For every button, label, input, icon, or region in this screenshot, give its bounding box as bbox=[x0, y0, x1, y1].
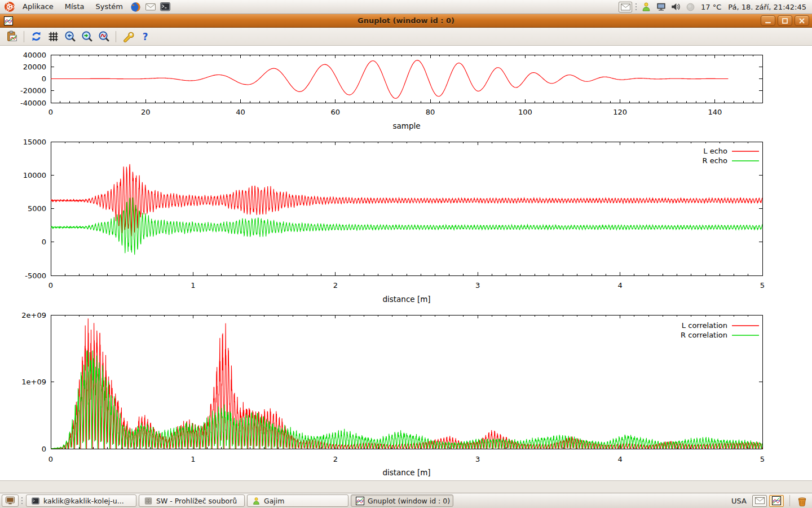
gnuplot-task-icon bbox=[356, 497, 364, 505]
plot-correlation[interactable]: 01234501e+092e+09distance [m]L correlati… bbox=[0, 308, 812, 480]
y-tick-label: 15000 bbox=[23, 138, 46, 146]
toolbar-separator bbox=[116, 31, 116, 42]
y-tick-label: 5000 bbox=[28, 204, 46, 213]
task-label: SW - Prohlížeč souborů bbox=[156, 497, 237, 505]
replot-button[interactable] bbox=[29, 29, 43, 44]
gajim-status-icon[interactable] bbox=[640, 1, 652, 13]
help-button[interactable]: ? bbox=[138, 29, 152, 44]
x-tick-label: 5 bbox=[760, 281, 765, 290]
gnuplot-canvas[interactable]: 020406080100120140-40000-200000200004000… bbox=[0, 46, 812, 480]
tray-handle[interactable] bbox=[635, 2, 638, 11]
file-manager-task-icon bbox=[144, 497, 153, 505]
volume-tray-icon[interactable] bbox=[669, 1, 682, 13]
mail-launcher-icon[interactable] bbox=[144, 1, 157, 13]
task-gajim[interactable]: Gajim bbox=[247, 494, 348, 507]
zoom-previous-button[interactable] bbox=[63, 29, 77, 44]
titlebar[interactable]: Gnuplot (window id : 0) bbox=[0, 14, 812, 28]
minimize-button[interactable] bbox=[761, 15, 775, 26]
x-tick-label: 4 bbox=[617, 455, 622, 463]
display-tray-icon[interactable] bbox=[655, 1, 667, 13]
autoscale-button[interactable] bbox=[96, 29, 111, 44]
plot-echo[interactable]: 012345-5000050001000015000distance [m]L … bbox=[0, 135, 812, 308]
x-tick-label: 2 bbox=[333, 281, 338, 290]
window-status-strip bbox=[0, 480, 812, 493]
bottom-taskbar: kaklik@kaklik-kolej-u... SW - Prohlížeč … bbox=[0, 493, 812, 508]
y-tick-label: -20000 bbox=[20, 86, 46, 95]
y-tick-label: 2e+09 bbox=[21, 311, 46, 319]
y-tick-label: -40000 bbox=[20, 99, 46, 107]
x-axis-label: distance [m] bbox=[382, 295, 430, 304]
zoom-next-button[interactable] bbox=[80, 29, 94, 44]
x-tick-label: 0 bbox=[48, 108, 53, 116]
y-tick-label: 0 bbox=[42, 75, 46, 83]
gnuplot-window: Gnuplot (window id : 0) bbox=[0, 14, 812, 493]
x-tick-label: 4 bbox=[617, 281, 622, 290]
x-tick-label: 1 bbox=[191, 281, 195, 290]
y-tick-label: 20000 bbox=[23, 63, 46, 71]
x-tick-label: 3 bbox=[475, 455, 480, 463]
y-tick-label: 40000 bbox=[23, 51, 46, 59]
window-title: Gnuplot (window id : 0) bbox=[0, 16, 812, 25]
clock-label[interactable]: Pá, 18. září, 21:42:45 bbox=[728, 3, 806, 11]
temperature-label: 17 °C bbox=[701, 3, 721, 11]
y-tick-label: 0 bbox=[42, 445, 46, 453]
x-tick-label: 120 bbox=[613, 108, 627, 116]
task-label: kaklik@kaklik-kolej-u... bbox=[43, 497, 124, 505]
ubuntu-menu-icon[interactable] bbox=[3, 1, 16, 13]
menu-system[interactable]: Systém bbox=[90, 0, 128, 14]
x-tick-label: 5 bbox=[760, 455, 765, 463]
y-tick-label: 10000 bbox=[23, 171, 46, 179]
x-axis-label: distance [m] bbox=[382, 468, 430, 477]
legend-label: R echo bbox=[702, 156, 727, 165]
x-tick-label: 100 bbox=[518, 108, 532, 116]
tasklist-handle[interactable] bbox=[21, 496, 24, 505]
terminal-task-icon bbox=[31, 497, 40, 505]
y-tick-label: 0 bbox=[42, 238, 46, 246]
x-tick-label: 3 bbox=[475, 281, 480, 290]
gnuplot-tray-icon[interactable] bbox=[769, 495, 784, 507]
x-tick-label: 80 bbox=[426, 108, 435, 116]
terminal-launcher-icon[interactable] bbox=[159, 1, 171, 13]
task-gnuplot[interactable]: Gnuplot (window id : 0) bbox=[351, 494, 453, 507]
menu-applications[interactable]: Aplikace bbox=[17, 0, 59, 14]
x-tick-label: 140 bbox=[708, 108, 722, 116]
task-terminal[interactable]: kaklik@kaklik-kolej-u... bbox=[26, 494, 136, 507]
mail-tray-icon[interactable] bbox=[752, 495, 767, 507]
x-tick-label: 20 bbox=[141, 108, 151, 116]
legend-label: L echo bbox=[703, 147, 727, 155]
legend-label: L correlation bbox=[682, 321, 727, 330]
menu-places[interactable]: Místa bbox=[59, 0, 90, 14]
copy-to-clipboard-button[interactable] bbox=[5, 29, 19, 44]
keyboard-layout-indicator[interactable]: USA bbox=[731, 497, 747, 505]
x-tick-label: 0 bbox=[48, 455, 53, 463]
x-tick-label: 40 bbox=[236, 108, 245, 116]
grid-toggle-button[interactable] bbox=[46, 29, 60, 44]
maximize-button[interactable] bbox=[778, 15, 792, 26]
series-line-signal bbox=[51, 60, 728, 99]
task-label: Gajim bbox=[264, 497, 284, 505]
series-line-l-correlation bbox=[51, 318, 762, 449]
gajim-task-icon bbox=[252, 497, 261, 505]
mail-notification-icon[interactable] bbox=[619, 2, 632, 12]
tray-separator bbox=[789, 495, 790, 506]
x-tick-label: 2 bbox=[333, 455, 338, 463]
task-label: Gnuplot (window id : 0) bbox=[368, 497, 450, 505]
show-desktop-button[interactable] bbox=[2, 494, 19, 507]
firefox-launcher-icon[interactable] bbox=[130, 1, 142, 13]
gnome-top-panel: Aplikace Místa Systém 17 °C Pá, 18. z bbox=[0, 0, 812, 14]
weather-tray-icon[interactable] bbox=[684, 1, 696, 13]
series-line-r-echo bbox=[51, 198, 762, 255]
plot-sample-waveform[interactable]: 020406080100120140-40000-200000200004000… bbox=[0, 46, 812, 135]
gnuplot-toolbar: ? bbox=[0, 28, 812, 46]
settings-button[interactable] bbox=[121, 29, 135, 44]
close-button[interactable] bbox=[795, 15, 809, 26]
svg-text:?: ? bbox=[142, 31, 148, 42]
y-tick-label: 1e+09 bbox=[21, 378, 46, 386]
y-tick-label: -5000 bbox=[25, 271, 46, 280]
x-tick-label: 60 bbox=[331, 108, 341, 116]
toolbar-separator bbox=[24, 31, 24, 42]
x-tick-label: 0 bbox=[48, 281, 53, 290]
task-file-manager[interactable]: SW - Prohlížeč souborů bbox=[139, 494, 245, 507]
legend-label: R correlation bbox=[681, 331, 727, 339]
trash-applet-icon[interactable] bbox=[796, 494, 808, 507]
